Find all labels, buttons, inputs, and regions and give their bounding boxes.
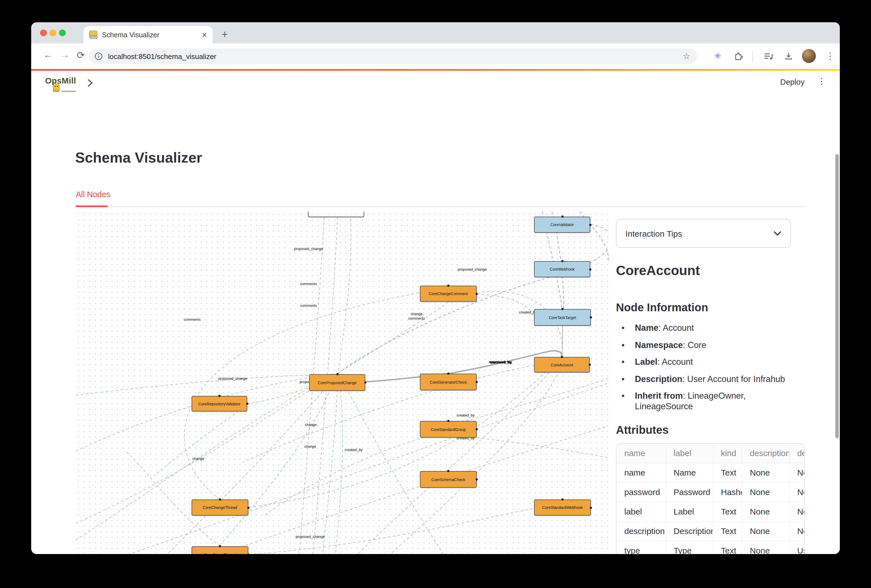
node-handle-right	[246, 402, 248, 405]
attr-col-name: name	[617, 444, 666, 463]
graph-node-CoreChangeThread[interactable]: CoreChangeThread	[192, 500, 248, 516]
table-row: descriptionDescriptionTextNoneNone	[617, 521, 805, 541]
graph-node-CoreSchemaCheck[interactable]: CoreSchemaCheck	[420, 471, 477, 488]
bookmark-star-icon[interactable]: ☆	[683, 51, 690, 61]
node-handle-right	[247, 554, 250, 554]
browser-tab-strip: Schema Visualizer ✕ +	[31, 22, 840, 43]
profile-avatar[interactable]	[802, 49, 816, 63]
deploy-button[interactable]: Deploy	[780, 78, 804, 86]
edge-label: change	[304, 444, 316, 449]
edge-label: reviewed_by	[490, 360, 512, 365]
graph-edge	[248, 509, 534, 554]
browser-tab[interactable]: Schema Visualizer ✕	[84, 26, 213, 43]
table-cell: Text	[713, 541, 742, 554]
table-cell: None	[742, 482, 789, 502]
graph-node-CoreStandardWebhook[interactable]: CoreStandardWebhook	[534, 500, 591, 516]
extension-sparkle-icon[interactable]: ✳	[714, 51, 721, 61]
node-handle-right	[589, 224, 591, 226]
brand-mascot-icon	[53, 84, 60, 92]
new-tab-button[interactable]: +	[221, 27, 228, 42]
table-cell: name	[617, 463, 666, 482]
tab-all-nodes[interactable]: All Nodes	[76, 189, 110, 199]
table-row: passwordPasswordHashedPasswordNoneNone	[617, 482, 805, 502]
attr-col-label: label	[666, 444, 713, 463]
graph-node-CoreProposedChange[interactable]: CoreProposedChange	[309, 374, 365, 391]
graph-edge	[76, 374, 335, 451]
graph-node-CoreGeneratorCheck[interactable]: CoreGeneratorCheck	[420, 374, 477, 391]
back-icon[interactable]: ←	[43, 49, 53, 61]
attr-col-kind: kind	[713, 444, 742, 463]
node-handle-top	[336, 373, 338, 375]
edge-label: proposed_change	[294, 247, 323, 251]
node-handle-right	[247, 506, 250, 509]
table-row: labelLabelTextNoneNone	[617, 502, 805, 521]
reload-icon[interactable]: ⟳	[77, 49, 85, 61]
node-info-item: Description: User Account for Infrahub	[620, 373, 804, 384]
edge-label: proposed_change	[296, 534, 325, 539]
app-menu-icon[interactable]: ⋮	[817, 76, 826, 86]
maximize-window-button[interactable]	[59, 30, 66, 36]
node-handle-right	[590, 506, 592, 509]
table-cell: None	[789, 521, 805, 541]
attributes-table-wrap[interactable]: namelabelkinddescriptiondefault_value na…	[616, 443, 805, 554]
forward-icon[interactable]: →	[60, 49, 70, 61]
node-handle-top	[219, 498, 221, 501]
edge-label: comments	[300, 304, 317, 308]
graph-node-CoreObjectThread[interactable]: CoreObjectThread	[192, 546, 248, 554]
table-cell: Label	[666, 502, 713, 521]
expand-sidebar-chevron-icon[interactable]	[87, 78, 94, 87]
graph-edge	[126, 451, 220, 546]
graph-node-CoreRepositoryValidator[interactable]: CoreRepositoryValidator	[192, 396, 247, 411]
tab-title: Schema Visualizer	[102, 31, 197, 39]
table-cell: None	[742, 521, 789, 541]
graph-node-CoreStandardGroup[interactable]: CoreStandardGroup	[420, 421, 477, 438]
graph-node-CoreValidator[interactable]: CoreValidator	[534, 217, 590, 233]
page-title: Schema Visualizer	[75, 149, 202, 166]
table-cell: User	[789, 541, 805, 554]
node-handle-top	[561, 215, 563, 218]
node-handle-top	[447, 470, 449, 472]
graph-edge	[338, 302, 448, 373]
table-cell: None	[742, 502, 789, 521]
edge-label: changecomments	[408, 312, 425, 321]
page-scrollbar[interactable]	[835, 154, 839, 438]
table-row: nameNameTextNoneNone	[617, 463, 805, 482]
table-cell: password	[617, 482, 666, 502]
attributes-heading: Attributes	[616, 424, 669, 437]
address-bar[interactable]: localhost:8501/schema_visualizer ☆	[89, 48, 697, 64]
graph-node-CoreTaskTarget[interactable]: CoreTaskTarget	[534, 309, 591, 326]
graph-edge	[154, 405, 247, 476]
node-handle-top	[219, 545, 221, 548]
media-playlist-icon[interactable]	[764, 52, 774, 61]
minimize-window-button[interactable]	[49, 30, 56, 36]
node-handle-right	[476, 478, 478, 480]
node-handle-top	[561, 260, 563, 262]
graph-canvas[interactable]: proposed_changecommentscommentscommentsp…	[76, 212, 609, 554]
table-cell: Name	[666, 463, 713, 482]
graph-node-CoreChangeComment[interactable]: CoreChangeComment	[420, 286, 477, 302]
tab-close-icon[interactable]: ✕	[202, 31, 207, 39]
table-cell: type	[617, 541, 666, 554]
close-window-button[interactable]	[40, 30, 47, 36]
node-handle-right	[476, 381, 478, 383]
browser-window: Schema Visualizer ✕ + ← → ⟳ localhost:85…	[31, 22, 840, 554]
downloads-icon[interactable]	[784, 52, 793, 61]
interaction-tips-expander[interactable]: Interaction Tips	[616, 219, 791, 248]
graph-node-CoreAccount[interactable]: CoreAccount	[534, 357, 590, 373]
graph-node-CoreWebhook[interactable]: CoreWebhook	[534, 261, 590, 277]
attr-col-description: description	[742, 444, 789, 463]
tab-favicon-icon	[89, 31, 97, 39]
table-cell: None	[789, 482, 805, 502]
edge-label: created_by	[345, 448, 362, 452]
browser-menu-icon[interactable]: ⋮	[826, 51, 835, 61]
toolbar-separator	[752, 51, 753, 62]
node-handle-right	[476, 428, 478, 431]
site-info-icon[interactable]	[95, 52, 102, 60]
extensions-puzzle-icon[interactable]	[734, 52, 743, 61]
screen: Schema Visualizer ✕ + ← → ⟳ localhost:85…	[0, 0, 871, 588]
table-cell: Text	[713, 463, 742, 482]
node-info-item: Namespace: Core	[620, 340, 804, 350]
url-text[interactable]: localhost:8501/schema_visualizer	[108, 52, 216, 60]
table-cell: None	[742, 541, 789, 554]
graph-node-clipped[interactable]	[308, 212, 364, 217]
